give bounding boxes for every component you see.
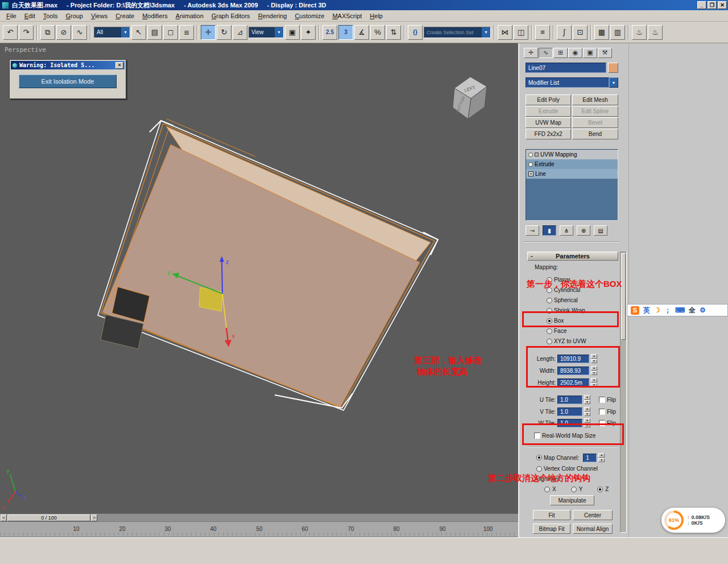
bind-to-spacewarp-button[interactable]: ∿ [72, 25, 87, 40]
selection-filter-dropdown[interactable]: All [94, 27, 130, 38]
menu-edit[interactable]: Edit [20, 11, 39, 20]
radio-face[interactable]: Face [547, 328, 566, 334]
ime-language-icon[interactable]: 英 [643, 306, 650, 315]
edit-poly-button[interactable]: Edit Poly [526, 94, 571, 105]
normal-align-button[interactable]: Normal Align [573, 524, 613, 534]
modifier-enabled-icon[interactable] [528, 162, 533, 167]
modifier-enabled-icon[interactable] [528, 153, 533, 157]
expand-icon[interactable] [528, 171, 533, 176]
bevel-button[interactable]: Bevel [572, 117, 618, 128]
time-slider-row[interactable]: < 0 / 100 > [0, 513, 518, 521]
mirror-button[interactable]: ⋈ [498, 25, 512, 40]
vertex-color-channel-row[interactable]: Vertex Color Channel [536, 466, 598, 472]
material-editor-button[interactable]: ▦ [594, 25, 609, 40]
object-name-field[interactable]: Line07 [526, 63, 606, 73]
map-channel-field[interactable]: 1 [583, 454, 597, 462]
menu-file[interactable]: File [2, 11, 20, 20]
chevron-down-icon[interactable]: ▼ [609, 77, 618, 88]
remove-modifier-button[interactable]: ⊗ [577, 225, 590, 236]
menu-views[interactable]: Views [87, 11, 111, 20]
restore-button[interactable]: ❐ [708, 1, 717, 9]
snaps-3d-toggle-button[interactable]: 3 [338, 25, 353, 40]
chevron-down-icon[interactable] [482, 27, 490, 38]
align-button[interactable]: ◫ [514, 25, 528, 40]
menu-tools[interactable]: Tools [39, 11, 62, 20]
map-channel-spinner[interactable] [598, 453, 605, 462]
ffd-2x2x2-button[interactable]: FFD 2x2x2 [526, 129, 571, 139]
quick-render-button[interactable]: ♨ [648, 25, 663, 40]
radio-spherical[interactable]: Spherical [547, 297, 578, 303]
small-cube-object[interactable]: LEFT BOTTOM [453, 77, 487, 119]
menu-rendering[interactable]: Rendering [254, 11, 291, 20]
gizmo-z-axis[interactable] [222, 261, 222, 294]
modifier-list-dropdown[interactable]: Modifier List ▼ [526, 77, 618, 88]
ime-punctuation-icon[interactable]: ； [664, 306, 671, 315]
close-button[interactable]: ✕ [718, 1, 727, 9]
pin-stack-button[interactable]: ⊸ [526, 225, 539, 236]
parameters-rollout-header[interactable]: - Parameters [527, 252, 618, 261]
chevron-down-icon[interactable] [121, 27, 130, 38]
align-z-radio[interactable] [597, 487, 603, 492]
reference-coordinate-dropdown[interactable]: View [249, 27, 284, 38]
bitmap-fit-button[interactable]: Bitmap Fit [533, 524, 570, 534]
prev-frame-arrow[interactable]: < [1, 514, 7, 521]
redo-button[interactable]: ↷ [19, 25, 34, 40]
next-frame-arrow[interactable]: > [91, 514, 97, 521]
select-and-link-button[interactable]: ⧉ [40, 25, 55, 40]
perspective-viewport[interactable]: Perspective [0, 43, 518, 513]
track-bar[interactable]: 10 20 30 40 50 60 70 80 90 100 [0, 521, 518, 537]
edit-mesh-button[interactable]: Edit Mesh [572, 94, 618, 105]
motion-tab-icon[interactable]: ◉ [568, 48, 582, 58]
align-x-radio[interactable] [544, 487, 550, 492]
named-selection-set-combo[interactable]: Create Selection Set [424, 27, 491, 38]
select-and-manipulate-button[interactable]: ✦ [301, 25, 316, 40]
uvw-map-button[interactable]: UVW Map [526, 117, 571, 128]
select-and-move-button[interactable]: ✛ [201, 25, 216, 40]
scrollbar-thumb[interactable] [621, 253, 626, 340]
exit-isolation-button[interactable]: Exit Isolation Mode [19, 75, 117, 88]
room-object[interactable] [98, 119, 438, 410]
show-end-result-button[interactable]: ▮ [543, 225, 556, 236]
extrude-button[interactable]: Extrude [526, 106, 571, 117]
hierarchy-tab-icon[interactable]: ⊞ [553, 48, 568, 58]
ime-settings-icon[interactable]: ⚙ [700, 306, 706, 314]
viewport-scene[interactable]: z y x LEFT BOTTOM [0, 43, 518, 513]
layer-manager-button[interactable]: ≡ [535, 25, 550, 40]
menu-graph-editors[interactable]: Graph Editors [208, 11, 254, 20]
gizmo-plane-handle[interactable] [199, 287, 222, 311]
menu-create[interactable]: Create [111, 11, 138, 20]
dialog-titlebar[interactable]: Warning: Isolated S... ✕ [11, 61, 125, 69]
edit-named-sets-button[interactable]: {} [408, 25, 423, 40]
modifier-stack[interactable]: UVW Mapping Extrude Line [526, 149, 618, 221]
panel-scrollbar[interactable] [620, 252, 627, 533]
viewport-label[interactable]: Perspective [5, 46, 46, 53]
v-tile-field[interactable]: 1.0 [557, 407, 582, 416]
select-object-button[interactable]: ↖ [131, 25, 146, 40]
select-and-scale-button[interactable]: ⊿ [233, 25, 247, 40]
menu-group[interactable]: Group [61, 11, 87, 20]
radio-xyz-to-uvw[interactable]: XYZ to UVW [547, 338, 586, 344]
u-flip-checkbox[interactable] [599, 397, 605, 403]
curve-editor-button[interactable]: ∫ [557, 25, 572, 40]
stack-item-line[interactable]: Line [526, 169, 618, 179]
center-button[interactable]: Center [573, 510, 613, 520]
menu-help[interactable]: Help [366, 11, 387, 20]
v-flip-checkbox[interactable] [599, 409, 605, 415]
ime-logo-icon[interactable]: S [631, 306, 639, 315]
menu-maxscript[interactable]: MAXScript [328, 11, 366, 20]
select-by-name-button[interactable]: ▤ [147, 25, 162, 40]
schematic-view-button[interactable]: ⊡ [573, 25, 588, 40]
selection-region-button[interactable]: ◻ [163, 25, 178, 40]
render-setup-button[interactable]: ▥ [610, 25, 625, 40]
utilities-tab-icon[interactable]: ⚒ [598, 48, 612, 58]
chevron-down-icon[interactable] [275, 27, 283, 38]
window-crossing-button[interactable]: ⧈ [179, 25, 194, 40]
select-and-rotate-button[interactable]: ↻ [217, 25, 231, 40]
ime-fullwidth-icon[interactable]: 全 [689, 306, 696, 315]
object-color-swatch[interactable] [608, 63, 618, 73]
menu-customize[interactable]: Customize [291, 11, 328, 20]
stack-item-uvw-mapping[interactable]: UVW Mapping [526, 150, 618, 159]
use-pivot-center-button[interactable]: ▣ [285, 25, 300, 40]
map-channel-row[interactable]: Map Channel: 1 [536, 453, 605, 462]
u-tile-spinner[interactable] [584, 395, 590, 404]
